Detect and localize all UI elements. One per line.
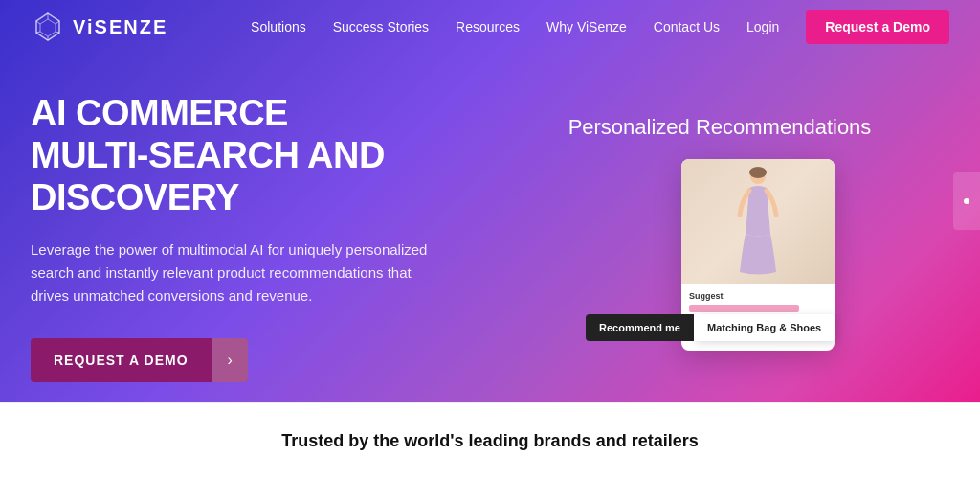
product-card-image [681,159,835,284]
cta-label: REQUEST A DEMO [31,339,212,381]
nav-item-success-stories[interactable]: Success Stories [333,19,429,34]
trusted-brands-text: Trusted by the world's leading brands an… [281,431,698,451]
nav-item-solutions[interactable]: Solutions [251,19,306,34]
request-demo-button[interactable]: Request a Demo [806,10,949,44]
logo-icon [31,10,65,44]
logo[interactable]: ViSENZE [31,10,167,44]
hero-cta-button[interactable]: REQUEST A DEMO › [31,338,248,382]
matching-suggestion-label: Matching Bag & Shoes [694,314,835,341]
nav-item-resources[interactable]: Resources [456,19,520,34]
product-price-bar [689,305,799,312]
hero-title: AI COMMERCEMULTI-SEARCH ANDDISCOVERY [31,93,490,218]
bottom-section: Trusted by the world's leading brands an… [0,402,980,479]
hero-section: AI COMMERCEMULTI-SEARCH ANDDISCOVERY Lev… [0,0,980,402]
hero-right: Personalized Recommendations [490,86,949,370]
nav-item-contact-us[interactable]: Contact Us [654,19,720,34]
nav-item-login[interactable]: Login [746,19,779,34]
hero-subtitle: Leverage the power of multimodal AI for … [31,239,433,308]
cta-arrow-icon: › [212,338,248,382]
header: ViSENZE Solutions Success Stories Resour… [0,0,980,54]
nav-item-why-visenze[interactable]: Why ViSenze [546,19,627,34]
dress-figure [732,167,785,277]
product-card-container: Suggest Recommend me Matching Bag & Shoe… [586,159,854,370]
scroll-dot [964,198,969,204]
svg-marker-1 [40,19,56,36]
recommend-me-label: Recommend me [586,314,694,341]
product-card-name: Suggest [689,291,827,301]
logo-text: ViSENZE [73,16,167,38]
hero-right-title: Personalized Recommendations [568,115,872,140]
scroll-indicator[interactable] [953,172,980,230]
svg-point-9 [749,167,767,178]
nav: Solutions Success Stories Resources Why … [251,10,949,44]
hero-left: AI COMMERCEMULTI-SEARCH ANDDISCOVERY Lev… [31,74,490,381]
recommendation-bubble: Recommend me Matching Bag & Shoes [586,314,835,341]
